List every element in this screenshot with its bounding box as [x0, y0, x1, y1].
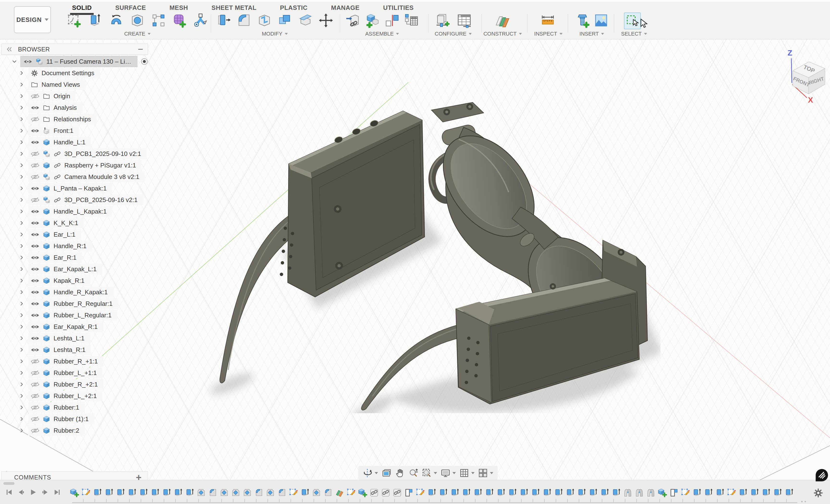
timeline-settings-gear-icon[interactable]	[813, 488, 823, 498]
timeline-feature[interactable]	[92, 487, 103, 498]
ribbon-tool-button[interactable]	[256, 12, 272, 28]
browser-tree-row[interactable]: Handle_R_Kapak:1	[1, 286, 148, 298]
timeline-feature[interactable]	[207, 487, 219, 498]
browser-tree-row[interactable]: Analysis	[1, 102, 148, 114]
visibility-eye-icon[interactable]	[31, 243, 39, 249]
chevron-right-icon[interactable]	[19, 220, 25, 226]
ribbon-tool-button[interactable]	[345, 12, 361, 28]
chevron-down-icon[interactable]	[434, 472, 437, 474]
chevron-right-icon[interactable]	[19, 347, 25, 353]
visibility-eye-icon[interactable]	[31, 128, 39, 134]
nav-tool-button[interactable]	[459, 468, 475, 478]
browser-tree-row[interactable]: Ear_R:1	[1, 252, 148, 263]
browser-tree-row[interactable]: Rubber_L_+1:1	[1, 367, 148, 379]
view-cube[interactable]: TOP FRONT RIGHT Z X	[779, 47, 830, 103]
timeline-feature[interactable]	[380, 487, 391, 498]
chevron-right-icon[interactable]	[19, 301, 25, 307]
chevron-down-icon[interactable]	[11, 59, 17, 64]
ribbon-group-menu[interactable]: CREATE	[66, 31, 209, 37]
ribbon-tool-button[interactable]	[108, 12, 124, 28]
ribbon-group-menu[interactable]: INSERT	[574, 31, 609, 37]
timeline-feature[interactable]	[760, 487, 772, 498]
ribbon-tool-button[interactable]	[129, 12, 145, 28]
browser-tree-row[interactable]: Kapak_R:1	[1, 275, 148, 286]
timeline-feature[interactable]	[103, 487, 115, 498]
timeline-feature[interactable]	[749, 487, 760, 498]
visibility-eye-icon[interactable]	[31, 347, 39, 353]
browser-tree-row[interactable]: Rubber (1):1	[1, 413, 148, 425]
browser-tree-row[interactable]: Named Views	[1, 79, 148, 90]
ribbon-tool-button[interactable]	[171, 12, 187, 28]
timeline-feature[interactable]	[80, 487, 92, 498]
timeline-feature[interactable]	[161, 487, 172, 498]
browser-tree-row[interactable]: Ear_L:1	[1, 229, 148, 240]
timeline-feature[interactable]	[449, 487, 460, 498]
chevron-right-icon[interactable]	[19, 139, 25, 145]
timeline-feature[interactable]	[345, 487, 357, 498]
nav-tool-button[interactable]	[478, 468, 493, 478]
chevron-down-icon[interactable]	[452, 472, 456, 474]
chevron-down-icon[interactable]	[490, 472, 493, 474]
browser-panel-header[interactable]: BROWSER	[1, 44, 148, 55]
timeline-feature[interactable]	[507, 487, 518, 498]
timeline-feature[interactable]	[784, 487, 795, 498]
chevron-down-icon[interactable]	[375, 472, 378, 474]
timeline-feature[interactable]	[391, 487, 403, 498]
visibility-eye-icon[interactable]	[31, 278, 39, 284]
browser-tree-row[interactable]: Front:1	[1, 125, 148, 136]
timeline-feature[interactable]	[230, 487, 242, 498]
browser-tree-row[interactable]: Leshta_L:1	[1, 333, 148, 344]
browser-tree-row[interactable]: Relationships	[1, 114, 148, 125]
visibility-eye-icon[interactable]	[31, 393, 39, 399]
chevron-right-icon[interactable]	[19, 162, 25, 168]
visibility-eye-icon[interactable]	[31, 335, 39, 341]
chevron-right-icon[interactable]	[19, 82, 25, 88]
timeline-feature[interactable]	[564, 487, 576, 498]
visibility-eye-icon[interactable]	[31, 116, 39, 122]
chevron-right-icon[interactable]	[19, 70, 25, 76]
chevron-right-icon[interactable]	[19, 381, 25, 387]
nav-tool-button[interactable]	[441, 468, 456, 478]
chevron-right-icon[interactable]	[19, 335, 25, 341]
chevron-right-icon[interactable]	[19, 266, 25, 272]
ribbon-tool-button[interactable]	[574, 12, 590, 28]
browser-tree-row[interactable]: L_Panta – Kapak:1	[1, 183, 148, 194]
ribbon-tool-button[interactable]	[404, 12, 419, 28]
timeline-feature[interactable]	[357, 487, 369, 498]
timeline-feature[interactable]	[403, 487, 415, 498]
chevron-right-icon[interactable]	[19, 428, 25, 433]
visibility-eye-icon[interactable]	[31, 105, 39, 111]
visibility-eye-icon[interactable]	[31, 312, 39, 318]
visibility-eye-icon[interactable]	[31, 428, 39, 434]
visibility-eye-icon[interactable]	[31, 381, 39, 387]
timeline-feature[interactable]	[714, 487, 726, 498]
timeline-feature[interactable]	[276, 487, 288, 498]
browser-tree-row[interactable]: Handle_L_Kapak:1	[1, 206, 148, 217]
timeline-feature[interactable]	[184, 487, 195, 498]
chevron-right-icon[interactable]	[19, 116, 25, 122]
chevron-right-icon[interactable]	[19, 243, 25, 249]
collapse-panel-icon[interactable]	[6, 46, 13, 53]
nav-tool-button[interactable]	[381, 468, 391, 478]
ribbon-tool-button[interactable]	[318, 12, 334, 28]
timeline-feature[interactable]	[484, 487, 495, 498]
chevron-right-icon[interactable]	[19, 151, 25, 157]
browser-root-item[interactable]: 11 – Fused Camera 130 – Li…	[1, 56, 148, 67]
visibility-eye-icon[interactable]	[31, 405, 39, 411]
timeline-feature[interactable]	[703, 487, 714, 498]
browser-tree-row[interactable]: Leshta_R:1	[1, 344, 148, 355]
ribbon-tab[interactable]: UTILITIES	[383, 4, 414, 11]
ribbon-tool-button[interactable]	[277, 12, 293, 28]
timeline-feature[interactable]	[126, 487, 138, 498]
visibility-eye-icon[interactable]	[31, 93, 39, 99]
timeline-feature[interactable]	[772, 487, 784, 498]
timeline-feature[interactable]	[657, 487, 668, 498]
timeline-feature[interactable]	[495, 487, 507, 498]
chevron-right-icon[interactable]	[19, 405, 25, 410]
chevron-right-icon[interactable]	[19, 209, 25, 214]
timeline-feature[interactable]	[438, 487, 449, 498]
timeline-playback-button[interactable]	[16, 487, 26, 498]
chevron-right-icon[interactable]	[19, 197, 25, 203]
timeline-feature[interactable]	[668, 487, 680, 498]
ribbon-tool-button[interactable]	[297, 12, 313, 28]
